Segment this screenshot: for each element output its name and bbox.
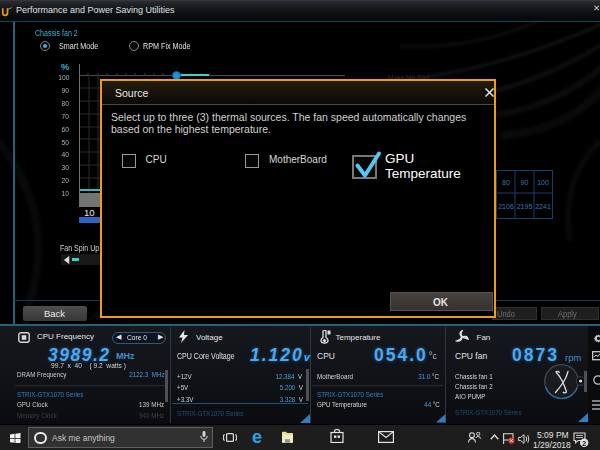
svg-text:2241: 2241 [535, 203, 551, 210]
svg-text:80: 80 [502, 179, 510, 186]
svg-text:2: 2 [582, 438, 586, 447]
svg-text:90: 90 [521, 179, 529, 186]
svg-text:100: 100 [537, 179, 549, 186]
svg-text:2195: 2195 [517, 203, 533, 210]
svg-text:2106: 2106 [498, 203, 514, 210]
